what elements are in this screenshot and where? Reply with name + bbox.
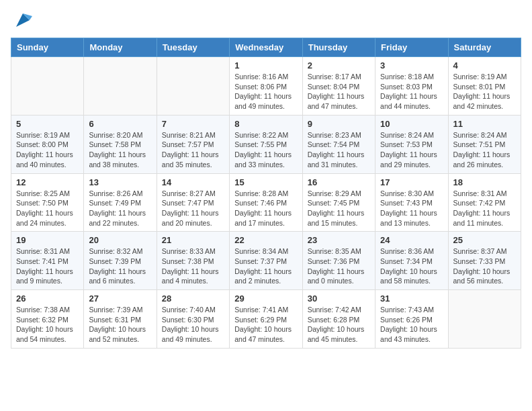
- day-cell: [448, 290, 521, 349]
- weekday-header-monday: Monday: [84, 38, 157, 57]
- day-number: 13: [89, 177, 151, 187]
- day-cell: 29Sunrise: 7:41 AMSunset: 6:29 PMDayligh…: [230, 290, 302, 349]
- day-number: 21: [162, 235, 224, 245]
- weekday-header-saturday: Saturday: [448, 38, 521, 57]
- day-cell: 27Sunrise: 7:39 AMSunset: 6:31 PMDayligh…: [84, 290, 157, 349]
- day-cell: 2Sunrise: 8:17 AMSunset: 8:04 PMDaylight…: [302, 57, 375, 116]
- day-cell: [11, 57, 84, 116]
- day-number: 17: [380, 177, 443, 187]
- day-number: 4: [453, 60, 516, 71]
- day-info: Sunrise: 8:34 AMSunset: 7:37 PMDaylight:…: [234, 246, 297, 286]
- day-number: 20: [89, 235, 151, 245]
- day-info: Sunrise: 8:31 AMSunset: 7:41 PMDaylight:…: [16, 246, 79, 286]
- day-cell: [84, 57, 157, 116]
- day-number: 30: [308, 293, 370, 304]
- day-info: Sunrise: 8:35 AMSunset: 7:36 PMDaylight:…: [308, 246, 370, 286]
- day-number: 2: [308, 60, 370, 71]
- day-info: Sunrise: 8:37 AMSunset: 7:33 PMDaylight:…: [453, 246, 516, 286]
- day-info: Sunrise: 8:22 AMSunset: 7:55 PMDaylight:…: [234, 130, 297, 170]
- day-cell: 5Sunrise: 8:19 AMSunset: 8:00 PMDaylight…: [11, 115, 84, 173]
- day-number: 5: [16, 119, 79, 129]
- day-number: 11: [453, 119, 516, 129]
- day-cell: 30Sunrise: 7:42 AMSunset: 6:28 PMDayligh…: [302, 290, 375, 349]
- day-number: 28: [162, 293, 224, 304]
- day-info: Sunrise: 8:18 AMSunset: 8:03 PMDaylight:…: [380, 72, 443, 111]
- day-number: 31: [380, 293, 443, 304]
- day-info: Sunrise: 8:32 AMSunset: 7:39 PMDaylight:…: [89, 246, 151, 286]
- weekday-header-sunday: Sunday: [11, 38, 84, 57]
- day-cell: 4Sunrise: 8:19 AMSunset: 8:01 PMDaylight…: [448, 57, 521, 116]
- day-info: Sunrise: 8:33 AMSunset: 7:38 PMDaylight:…: [162, 246, 224, 286]
- day-info: Sunrise: 7:38 AMSunset: 6:32 PMDaylight:…: [16, 305, 79, 345]
- day-number: 23: [308, 235, 370, 245]
- week-row-3: 12Sunrise: 8:25 AMSunset: 7:50 PMDayligh…: [11, 173, 521, 232]
- day-number: 6: [89, 119, 151, 129]
- day-info: Sunrise: 8:21 AMSunset: 7:57 PMDaylight:…: [162, 130, 224, 170]
- week-row-4: 19Sunrise: 8:31 AMSunset: 7:41 PMDayligh…: [11, 232, 521, 290]
- day-number: 18: [453, 177, 516, 187]
- day-info: Sunrise: 7:40 AMSunset: 6:30 PMDaylight:…: [162, 305, 224, 345]
- day-cell: 15Sunrise: 8:28 AMSunset: 7:46 PMDayligh…: [230, 173, 302, 232]
- day-number: 15: [234, 177, 297, 187]
- day-number: 27: [89, 293, 151, 304]
- day-cell: 22Sunrise: 8:34 AMSunset: 7:37 PMDayligh…: [230, 232, 302, 290]
- day-info: Sunrise: 8:27 AMSunset: 7:47 PMDaylight:…: [162, 189, 224, 228]
- calendar-table: SundayMondayTuesdayWednesdayThursdayFrid…: [11, 38, 521, 349]
- day-cell: 25Sunrise: 8:37 AMSunset: 7:33 PMDayligh…: [448, 232, 521, 290]
- day-info: Sunrise: 7:42 AMSunset: 6:28 PMDaylight:…: [308, 305, 370, 345]
- day-info: Sunrise: 8:29 AMSunset: 7:45 PMDaylight:…: [308, 189, 370, 228]
- day-cell: 3Sunrise: 8:18 AMSunset: 8:03 PMDaylight…: [375, 57, 448, 116]
- day-cell: 11Sunrise: 8:24 AMSunset: 7:51 PMDayligh…: [448, 115, 521, 173]
- day-cell: 31Sunrise: 7:43 AMSunset: 6:26 PMDayligh…: [375, 290, 448, 349]
- day-number: 26: [16, 293, 79, 304]
- page-header: [11, 11, 521, 30]
- day-number: 1: [234, 60, 297, 71]
- day-cell: [157, 57, 229, 116]
- week-row-5: 26Sunrise: 7:38 AMSunset: 6:32 PMDayligh…: [11, 290, 521, 349]
- weekday-header-thursday: Thursday: [302, 38, 375, 57]
- day-cell: 7Sunrise: 8:21 AMSunset: 7:57 PMDaylight…: [157, 115, 229, 173]
- day-info: Sunrise: 8:28 AMSunset: 7:46 PMDaylight:…: [234, 189, 297, 228]
- day-info: Sunrise: 8:24 AMSunset: 7:53 PMDaylight:…: [380, 130, 443, 170]
- day-number: 24: [380, 235, 443, 245]
- day-cell: 28Sunrise: 7:40 AMSunset: 6:30 PMDayligh…: [157, 290, 229, 349]
- day-cell: 1Sunrise: 8:16 AMSunset: 8:06 PMDaylight…: [230, 57, 302, 116]
- day-number: 12: [16, 177, 79, 187]
- day-cell: 13Sunrise: 8:26 AMSunset: 7:49 PMDayligh…: [84, 173, 157, 232]
- day-cell: 16Sunrise: 8:29 AMSunset: 7:45 PMDayligh…: [302, 173, 375, 232]
- day-number: 10: [380, 119, 443, 129]
- day-info: Sunrise: 7:43 AMSunset: 6:26 PMDaylight:…: [380, 305, 443, 345]
- day-info: Sunrise: 8:31 AMSunset: 7:42 PMDaylight:…: [453, 189, 516, 228]
- weekday-header-tuesday: Tuesday: [157, 38, 229, 57]
- day-cell: 12Sunrise: 8:25 AMSunset: 7:50 PMDayligh…: [11, 173, 84, 232]
- day-cell: 17Sunrise: 8:30 AMSunset: 7:43 PMDayligh…: [375, 173, 448, 232]
- logo: [11, 11, 32, 30]
- day-info: Sunrise: 8:36 AMSunset: 7:34 PMDaylight:…: [380, 246, 443, 286]
- day-info: Sunrise: 8:16 AMSunset: 8:06 PMDaylight:…: [234, 72, 297, 111]
- day-info: Sunrise: 7:39 AMSunset: 6:31 PMDaylight:…: [89, 305, 151, 345]
- day-number: 14: [162, 177, 224, 187]
- week-row-2: 5Sunrise: 8:19 AMSunset: 8:00 PMDaylight…: [11, 115, 521, 173]
- day-info: Sunrise: 8:30 AMSunset: 7:43 PMDaylight:…: [380, 189, 443, 228]
- day-info: Sunrise: 8:20 AMSunset: 7:58 PMDaylight:…: [89, 130, 151, 170]
- day-cell: 6Sunrise: 8:20 AMSunset: 7:58 PMDaylight…: [84, 115, 157, 173]
- day-cell: 18Sunrise: 8:31 AMSunset: 7:42 PMDayligh…: [448, 173, 521, 232]
- day-number: 16: [308, 177, 370, 187]
- day-number: 29: [234, 293, 297, 304]
- day-cell: 24Sunrise: 8:36 AMSunset: 7:34 PMDayligh…: [375, 232, 448, 290]
- day-cell: 20Sunrise: 8:32 AMSunset: 7:39 PMDayligh…: [84, 232, 157, 290]
- day-number: 3: [380, 60, 443, 71]
- day-number: 8: [234, 119, 297, 129]
- day-info: Sunrise: 8:19 AMSunset: 8:01 PMDaylight:…: [453, 72, 516, 111]
- day-info: Sunrise: 8:25 AMSunset: 7:50 PMDaylight:…: [16, 189, 79, 228]
- day-cell: 8Sunrise: 8:22 AMSunset: 7:55 PMDaylight…: [230, 115, 302, 173]
- day-cell: 9Sunrise: 8:23 AMSunset: 7:54 PMDaylight…: [302, 115, 375, 173]
- day-cell: 26Sunrise: 7:38 AMSunset: 6:32 PMDayligh…: [11, 290, 84, 349]
- day-cell: 19Sunrise: 8:31 AMSunset: 7:41 PMDayligh…: [11, 232, 84, 290]
- day-info: Sunrise: 8:26 AMSunset: 7:49 PMDaylight:…: [89, 189, 151, 228]
- day-info: Sunrise: 8:23 AMSunset: 7:54 PMDaylight:…: [308, 130, 370, 170]
- weekday-header-friday: Friday: [375, 38, 448, 57]
- day-cell: 23Sunrise: 8:35 AMSunset: 7:36 PMDayligh…: [302, 232, 375, 290]
- logo-icon: [13, 11, 32, 30]
- day-cell: 21Sunrise: 8:33 AMSunset: 7:38 PMDayligh…: [157, 232, 229, 290]
